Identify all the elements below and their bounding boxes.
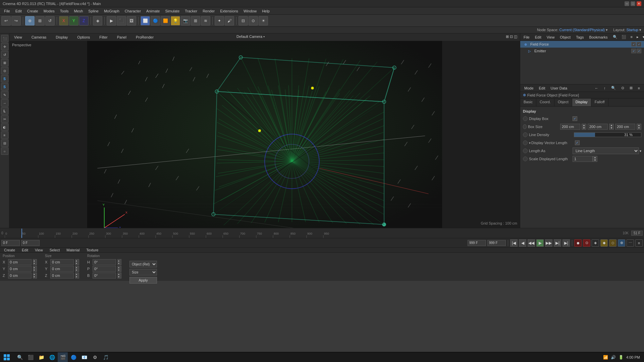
dots-btn[interactable]: ⋯: [627, 239, 634, 247]
size-mode-select[interactable]: Size Scale: [129, 269, 157, 276]
check3[interactable]: ✓: [631, 49, 636, 53]
bp-create-btn[interactable]: Create: [3, 248, 16, 252]
move-tool-button[interactable]: ⊕: [25, 16, 35, 25]
objmgr-icon1[interactable]: 🔍: [611, 35, 619, 40]
left-s-btn[interactable]: S: [1, 75, 8, 82]
maximize-button[interactable]: □: [631, 1, 635, 6]
taskbar-taskview[interactable]: ⬛: [25, 352, 36, 362]
objmgr-edit-btn[interactable]: Edit: [534, 35, 543, 40]
pos-z-spin[interactable]: ▲▼: [33, 273, 37, 279]
objmgr-object-btn[interactable]: Object: [558, 35, 572, 40]
menu-animate[interactable]: Animate: [144, 8, 162, 14]
bp-edit-btn[interactable]: Edit: [20, 248, 30, 252]
paint-button[interactable]: 🖌: [225, 16, 234, 25]
vp-menu-panel[interactable]: Panel: [115, 35, 128, 40]
y-axis-button[interactable]: Y: [69, 16, 78, 25]
box-size-z[interactable]: [615, 124, 635, 130]
z-axis-button[interactable]: Z: [79, 16, 89, 25]
attrmgr-icon3[interactable]: ≡: [636, 86, 642, 90]
rotate-tool-button[interactable]: ↺: [45, 16, 55, 25]
menu-spline[interactable]: Spline: [86, 8, 101, 14]
taskbar-c4d[interactable]: 🎬: [58, 352, 68, 362]
pos-y-input[interactable]: [8, 266, 32, 272]
play-forward-btn[interactable]: ▶▶: [545, 239, 552, 247]
scale-tool-button[interactable]: ⊞: [35, 16, 45, 25]
attrmgr-up-btn[interactable]: ↑: [602, 86, 608, 90]
pos-y-spin[interactable]: ▲▼: [33, 266, 37, 272]
tab-display[interactable]: Display: [572, 99, 591, 106]
bp-material-btn[interactable]: Material: [65, 248, 81, 252]
taskbar-search[interactable]: 🔍: [15, 352, 25, 362]
menu-modes[interactable]: Modes: [41, 8, 57, 14]
box-y-spinner[interactable]: ▲▼: [609, 124, 614, 130]
rot-h-spin[interactable]: ▲▼: [117, 259, 121, 265]
end-frame-input[interactable]: [468, 240, 486, 246]
goto-end-btn[interactable]: ▶|: [562, 239, 570, 247]
objmgr-view-btn[interactable]: View: [545, 35, 556, 40]
menu-edit[interactable]: Edit: [13, 8, 24, 14]
box-x-spinner[interactable]: ▲▼: [582, 124, 586, 130]
left-brush-btn[interactable]: ◐: [1, 123, 8, 131]
rot-b-input[interactable]: [93, 273, 116, 279]
render-region-button[interactable]: ⬛: [117, 16, 126, 25]
object-mode-select[interactable]: Object (Rel) Object (Abs) World: [129, 261, 157, 267]
taskbar-edge[interactable]: 🌐: [47, 352, 57, 362]
auto-key-btn[interactable]: ⊙: [583, 239, 590, 247]
field-button[interactable]: ≋: [201, 16, 210, 25]
taskbar-media[interactable]: 🎵: [101, 352, 111, 362]
attrmgr-search-btn[interactable]: 🔍: [609, 85, 618, 90]
menu-window[interactable]: Window: [241, 8, 259, 14]
play-reverse-btn[interactable]: ◀◀: [528, 239, 535, 247]
objmgr-bookmarks-btn[interactable]: Bookmarks: [588, 35, 609, 40]
menu-tools[interactable]: Tools: [57, 8, 71, 14]
length-as-select[interactable]: Line Length Vector Magnitude: [573, 147, 639, 154]
display-vector-checkbox[interactable]: [575, 140, 580, 145]
left-knife-btn[interactable]: ✂: [1, 115, 8, 123]
objmgr-tags-btn[interactable]: Tags: [575, 35, 585, 40]
left-circle-btn[interactable]: ○: [1, 147, 8, 155]
tab-basic[interactable]: Basic: [520, 99, 536, 106]
obj-fieldforce[interactable]: ⊕ Field Force ✓ ✓: [520, 41, 644, 48]
taskbar-explorer[interactable]: 📁: [36, 352, 46, 362]
next-frame-btn[interactable]: ▶|: [554, 239, 561, 247]
taskbar-settings[interactable]: ⚙: [90, 352, 100, 362]
timeline-ruler[interactable]: 0 50 100 150 200 250 300 350 400 450: [5, 229, 622, 238]
nurbs-button[interactable]: 🔵: [151, 16, 160, 25]
size-z-input[interactable]: [50, 273, 74, 279]
sculpt-button[interactable]: ✦: [215, 16, 224, 25]
menu-file[interactable]: File: [1, 8, 13, 14]
pos-x-spin[interactable]: ▲▼: [33, 259, 37, 265]
box-size-x[interactable]: [560, 124, 580, 130]
scene-view[interactable]: X Y Z // We'll draw these as static: [9, 34, 520, 228]
viewport[interactable]: View Cameras Display Options Filter Pane…: [9, 34, 520, 228]
size-y-input[interactable]: [50, 266, 74, 272]
size-x-spin[interactable]: ▲▼: [75, 259, 79, 265]
nodespace-value[interactable]: Current (Standard/Physical): [559, 28, 605, 32]
fps-input[interactable]: [487, 240, 506, 246]
menu-help[interactable]: Help: [259, 8, 272, 14]
timeline[interactable]: 0 0 50 100 150 200 250 300 350: [0, 228, 644, 238]
deformer-button[interactable]: 🟧: [161, 16, 170, 25]
record-btn[interactable]: ⏺: [574, 239, 582, 247]
scale-length-spinner[interactable]: ▲▼: [593, 156, 597, 162]
obj-emitter[interactable]: ▷ Emitter ✓ ✓: [520, 48, 644, 54]
current-frame-input[interactable]: [21, 240, 40, 246]
render-button[interactable]: ▶: [107, 16, 116, 25]
render-view-button[interactable]: 🖼: [127, 16, 136, 25]
objmgr-icon5[interactable]: ▾: [641, 35, 644, 40]
check2[interactable]: ✓: [637, 42, 641, 47]
left-pen-btn[interactable]: ✎: [1, 91, 8, 99]
apply-button[interactable]: Apply: [129, 277, 157, 284]
left-move-btn[interactable]: ✛: [1, 43, 8, 50]
size-y-spin[interactable]: ▲▼: [75, 266, 79, 272]
objmgr-icon4[interactable]: ▸: [635, 35, 640, 40]
menu-extensions[interactable]: Extensions: [217, 8, 241, 14]
redo-button[interactable]: ↪: [11, 16, 21, 25]
bp-view-btn[interactable]: View: [34, 248, 44, 252]
attrmgr-icon1[interactable]: ⊙: [619, 85, 626, 90]
rot-p-spin[interactable]: ▲▼: [117, 266, 121, 272]
x-axis-button[interactable]: X: [59, 16, 68, 25]
objmgr-file-btn[interactable]: File: [522, 35, 531, 40]
box-size-y[interactable]: [588, 124, 608, 130]
rot-p-input[interactable]: [93, 266, 116, 272]
